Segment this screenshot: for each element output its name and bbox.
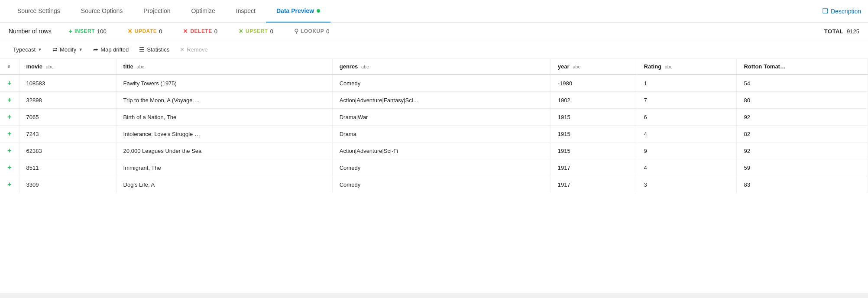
row-insert-indicator: + — [0, 126, 19, 142]
cell-title: Trip to the Moon, A (Voyage … — [116, 92, 332, 109]
col-header-title[interactable]: title abc — [116, 59, 332, 74]
cell-title: Fawlty Towers (1975) — [116, 74, 332, 92]
modify-label: Modify — [60, 46, 76, 53]
top-nav: Source Settings Source Options Projectio… — [0, 0, 868, 23]
cell-rotton: 54 — [737, 74, 868, 92]
upsert-key: UPSERT — [246, 28, 268, 34]
cell-year: 1915 — [551, 126, 637, 142]
lookup-val: 0 — [326, 28, 329, 35]
cell-genres: Action|Adventure|Fantasy|Sci… — [332, 92, 551, 109]
typecast-chevron-icon: ▼ — [38, 47, 42, 52]
modify-icon: ⇄ — [52, 46, 58, 53]
cell-movie: 3309 — [19, 176, 116, 193]
col-header-sort[interactable]: ⇵ — [0, 59, 19, 74]
table-body: +108583Fawlty Towers (1975)Comedy-198015… — [0, 74, 868, 193]
cell-genres: Comedy — [332, 159, 551, 176]
cell-year: 1917 — [551, 176, 637, 193]
cell-rotton: 92 — [737, 142, 868, 159]
cell-movie: 62383 — [19, 142, 116, 159]
cell-genres: Drama — [332, 126, 551, 142]
tab-inspect[interactable]: Inspect — [226, 0, 266, 23]
tab-source-settings[interactable]: Source Settings — [7, 0, 71, 23]
col-header-movie[interactable]: movie abc — [19, 59, 116, 74]
update-key: UPDATE — [135, 28, 157, 34]
typecast-label: Typecast — [13, 46, 36, 53]
lookup-stat: ⚲ LOOKUP 0 — [294, 28, 330, 35]
delete-key: DELETE — [190, 28, 212, 34]
insert-key: INSERT — [74, 28, 95, 34]
tab-data-preview[interactable]: Data Preview — [266, 0, 330, 23]
map-drifted-label: Map drifted — [100, 46, 129, 53]
cell-title: 20,000 Leagues Under the Sea — [116, 142, 332, 159]
cell-rotton: 80 — [737, 92, 868, 109]
cell-rating: 3 — [637, 176, 737, 193]
table-row: +7065Birth of a Nation, TheDrama|War1915… — [0, 109, 868, 126]
horizontal-scrollbar[interactable] — [0, 293, 868, 298]
remove-button[interactable]: ✕ Remove — [175, 44, 212, 55]
description-button[interactable]: ☐ Description — [822, 0, 861, 22]
table-row: +6238320,000 Leagues Under the SeaAction… — [0, 142, 868, 159]
total-val: 9125 — [847, 28, 859, 35]
cell-rating: 1 — [637, 74, 737, 92]
delete-stat: ✕ DELETE 0 — [183, 28, 217, 35]
tab-source-options[interactable]: Source Options — [71, 0, 133, 23]
map-drifted-button[interactable]: ➦ Map drifted — [89, 44, 133, 55]
lookup-key: LOOKUP — [301, 28, 324, 34]
col-header-rating[interactable]: Rating abc — [637, 59, 737, 74]
col-header-genres[interactable]: genres abc — [332, 59, 551, 74]
cell-year: 1917 — [551, 159, 637, 176]
update-stat: ✳ UPDATE 0 — [127, 28, 162, 35]
table-row: +7243Intolerance: Love's Struggle …Drama… — [0, 126, 868, 142]
update-icon: ✳ — [127, 28, 133, 35]
upsert-stat: ✳ UPSERT 0 — [238, 28, 273, 35]
data-table-container: ⇵ movie abc title abc genres abc year ab… — [0, 59, 868, 293]
lookup-icon: ⚲ — [294, 28, 298, 35]
modify-button[interactable]: ⇄ Modify ▼ — [48, 44, 87, 55]
cell-genres: Comedy — [332, 176, 551, 193]
cell-year: -1980 — [551, 74, 637, 92]
tab-projection[interactable]: Projection — [133, 0, 181, 23]
delete-val: 0 — [214, 28, 217, 35]
col-header-year[interactable]: year abc — [551, 59, 637, 74]
cell-title: Birth of a Nation, The — [116, 109, 332, 126]
row-insert-indicator: + — [0, 92, 19, 109]
stats-label: Number of rows — [9, 28, 52, 35]
data-table: ⇵ movie abc title abc genres abc year ab… — [0, 59, 868, 193]
cell-year: 1915 — [551, 142, 637, 159]
insert-stat: + INSERT 100 — [69, 28, 107, 35]
stats-bar: Number of rows + INSERT 100 ✳ UPDATE 0 ✕… — [0, 23, 868, 40]
table-header-row: ⇵ movie abc title abc genres abc year ab… — [0, 59, 868, 74]
cell-rotton: 82 — [737, 126, 868, 142]
row-insert-indicator: + — [0, 109, 19, 126]
cell-rotton: 83 — [737, 176, 868, 193]
modify-chevron-icon: ▼ — [78, 47, 83, 52]
total-stat: TOTAL 9125 — [824, 28, 859, 35]
statistics-button[interactable]: ☰ Statistics — [135, 44, 174, 55]
table-row: +8511Immigrant, TheComedy1917459 — [0, 159, 868, 176]
row-insert-indicator: + — [0, 142, 19, 159]
cell-rotton: 59 — [737, 159, 868, 176]
cell-movie: 7243 — [19, 126, 116, 142]
upsert-icon: ✳ — [238, 28, 243, 35]
statistics-label: Statistics — [147, 46, 169, 53]
map-drifted-icon: ➦ — [93, 46, 98, 53]
typecast-button[interactable]: Typecast ▼ — [9, 44, 46, 55]
cell-rating: 4 — [637, 159, 737, 176]
row-insert-indicator: + — [0, 159, 19, 176]
tab-optimize[interactable]: Optimize — [181, 0, 226, 23]
remove-label: Remove — [187, 46, 207, 53]
chat-icon: ☐ — [822, 7, 828, 15]
toolbar: Typecast ▼ ⇄ Modify ▼ ➦ Map drifted ☰ St… — [0, 40, 868, 59]
cell-genres: Drama|War — [332, 109, 551, 126]
statistics-icon: ☰ — [139, 46, 145, 53]
col-header-rotton-tomato[interactable]: Rotton Tomat… — [737, 59, 868, 74]
cell-title: Immigrant, The — [116, 159, 332, 176]
cell-rating: 7 — [637, 92, 737, 109]
cell-genres: Comedy — [332, 74, 551, 92]
cell-rating: 9 — [637, 142, 737, 159]
delete-icon: ✕ — [183, 28, 188, 35]
table-row: +32898Trip to the Moon, A (Voyage …Actio… — [0, 92, 868, 109]
row-insert-indicator: + — [0, 176, 19, 193]
table-row: +108583Fawlty Towers (1975)Comedy-198015… — [0, 74, 868, 92]
table-row: +3309Dog's Life, AComedy1917383 — [0, 176, 868, 193]
